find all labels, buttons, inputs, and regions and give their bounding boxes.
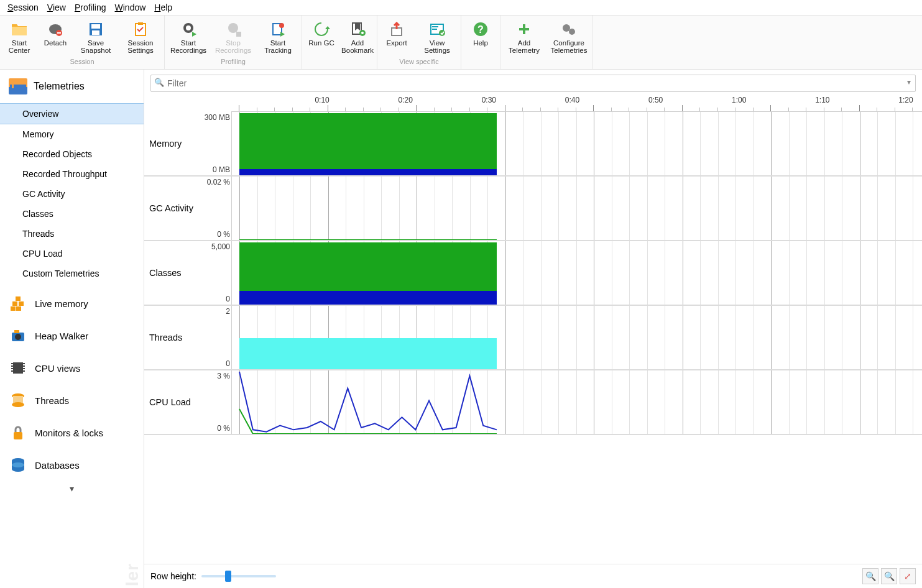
help-button[interactable]: ?Help [463,18,499,49]
zoom-out-button[interactable]: 🔍 [881,568,897,584]
svg-rect-26 [16,296,21,301]
plus-icon [515,21,533,38]
row-height-label: Row height: [150,571,196,581]
export-label: Export [386,39,407,47]
menu-help[interactable]: Help [154,2,172,12]
bookmark-icon [348,21,367,38]
session-settings-label: SessionSettings [127,39,154,54]
svg-text:?: ? [477,24,484,35]
svg-point-32 [15,334,21,340]
gear-icon [428,21,446,38]
add-telemetry-button[interactable]: AddTelemetry [502,18,546,57]
save-snapshot-button[interactable]: SaveSnapshot [73,18,118,57]
chart-cpu-load[interactable]: 3 %0 %CPU Load [144,370,922,435]
toolbar: StartCenterDetachSaveSnapshotSessionSett… [0,16,922,70]
svg-marker-16 [280,32,285,37]
export-button[interactable]: Export [379,18,415,57]
svg-point-40 [12,462,24,467]
svg-rect-28 [19,301,24,306]
add-bookmark-button[interactable]: AddBookmark [339,18,376,57]
svg-rect-3 [57,32,61,34]
export-icon [387,21,406,38]
configure-telemetries-button[interactable]: ConfigureTelemetries [546,18,591,57]
tracking-icon [269,21,287,38]
svg-rect-30 [16,306,21,311]
camera-icon [9,327,27,344]
sidebar-item-overview[interactable]: Overview [0,103,144,124]
lock-icon [9,424,27,441]
run-gc-label: Run GC [308,39,334,47]
help-label: Help [473,39,488,47]
sidebar-item-gc-activity[interactable]: GC Activity [0,184,144,204]
help-icon: ? [471,21,490,38]
folder-icon [10,21,29,38]
menu-window[interactable]: Window [115,2,146,12]
plug-icon [46,21,65,38]
chart-memory[interactable]: 300 MB0 MBMemory [144,112,922,177]
recycle-icon [312,21,331,38]
db-icon [9,456,27,474]
session-settings-button[interactable]: SessionSettings [118,18,163,57]
run-gc-button[interactable]: Run GC [303,18,339,57]
sidebar-item-monitors-locks[interactable]: Monitors & locks [0,416,144,449]
sidebar-item-live-memory[interactable]: Live memory [0,287,144,319]
start-center-button[interactable]: StartCenter [1,18,37,57]
save-icon [86,21,105,38]
sidebar-expand-arrow[interactable]: ▾ [0,481,144,498]
telemetries-icon [9,78,27,94]
svg-point-24 [563,24,570,32]
svg-rect-27 [12,301,17,306]
svg-marker-11 [192,32,196,37]
zoom-in-button[interactable]: 🔍 [862,568,878,584]
start-center-label: StartCenter [9,39,30,54]
row-height-slider[interactable] [201,575,276,577]
svg-point-12 [228,23,238,33]
add-telemetry-label: AddTelemetry [509,39,540,54]
start-tracking-button[interactable]: StartTracking [256,18,300,57]
menu-profiling[interactable]: Profiling [75,2,106,12]
sidebar-item-cpu-views[interactable]: CPU views [0,352,144,384]
stop-recordings-label: StopRecordings [215,39,251,54]
svg-rect-6 [92,30,99,35]
configure-telemetries-label: ConfigureTelemetries [551,39,588,54]
svg-rect-5 [91,24,100,29]
sidebar-item-databases[interactable]: Databases [0,449,144,481]
chart-gc-activity[interactable]: 0.02 %0 %GC Activity [144,177,922,241]
chip-icon [9,359,27,377]
svg-rect-33 [14,330,19,333]
sidebar-item-threads[interactable]: Threads [0,224,144,244]
filter-input[interactable] [150,75,916,92]
timeline-label: 0:50 [648,96,663,104]
sidebar-item-classes[interactable]: Classes [0,204,144,224]
svg-rect-29 [11,306,16,311]
sidebar-item-heap-walker[interactable]: Heap Walker [0,319,144,352]
svg-rect-38 [14,432,22,439]
add-bookmark-label: AddBookmark [341,39,374,54]
sidebar-item-memory[interactable]: Memory [0,124,144,144]
menu-view[interactable]: View [47,2,66,12]
detach-button[interactable]: Detach [37,18,73,57]
menu-session[interactable]: SSessionession [7,2,39,12]
sidebar-item-custom-telemetries[interactable]: Custom Telemetries [0,264,144,283]
stop-recordings-button: StopRecordings [211,18,256,57]
clipboard-icon [131,21,150,38]
timeline-label: 0:30 [482,96,496,104]
menubar: SSessionession View Profiling Window Hel… [0,0,922,16]
start-recordings-button[interactable]: StartRecordings [166,18,211,57]
chart-threads[interactable]: 20Threads [144,306,922,370]
timeline-label: 1:10 [815,96,829,104]
fit-button[interactable]: ⤢ [900,568,916,584]
sidebar: Telemetries OverviewMemoryRecorded Objec… [0,70,144,588]
sidebar-item-recorded-objects[interactable]: Recorded Objects [0,144,144,164]
save-snapshot-label: SaveSnapshot [81,39,111,54]
sidebar-header-label: Telemetries [34,81,85,92]
sidebar-item-threads[interactable]: Threads [0,384,144,416]
sidebar-item-cpu-load[interactable]: CPU Load [0,244,144,264]
chart-classes[interactable]: 5,0000Classes [144,241,922,306]
record-icon [179,21,198,38]
view-settings-button[interactable]: ViewSettings [415,18,459,57]
start-recordings-label: StartRecordings [170,39,206,54]
sidebar-item-recorded-throughput[interactable]: Recorded Throughput [0,164,144,184]
svg-rect-8 [138,22,143,25]
sidebar-header[interactable]: Telemetries [0,70,144,102]
